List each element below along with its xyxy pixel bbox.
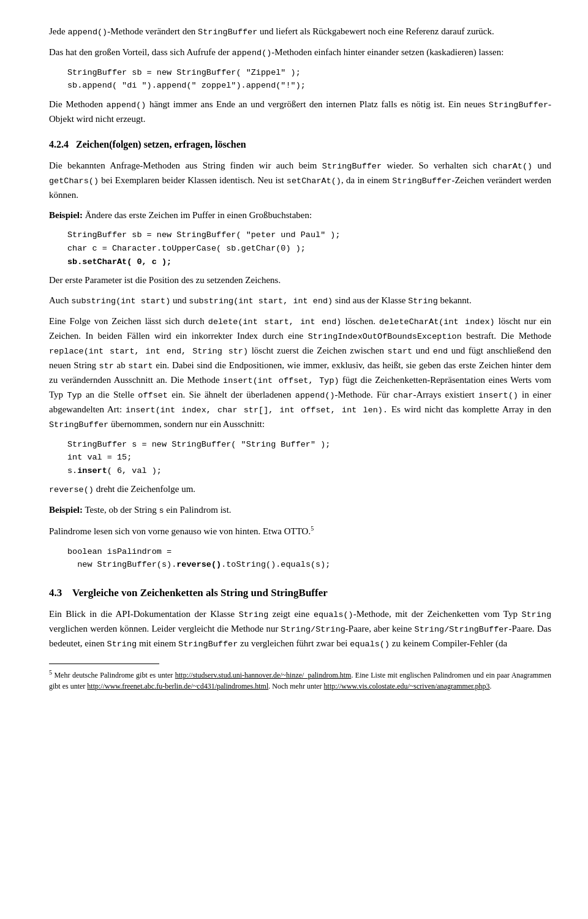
section-43-heading: 4.3 Vergleiche von Zeichenketten als Str… [49, 585, 551, 601]
code3-line-3: s.insert( 6, val ); [67, 466, 162, 475]
code2-line-1: StringBuffer sb = new StringBuffer( "pet… [67, 230, 341, 240]
code3-line-1: StringBuffer s = new StringBuffer( "Stri… [67, 440, 330, 449]
section-424-heading: 4.2.4 Zeichen(folgen) setzen, erfragen, … [49, 137, 551, 153]
intro-paragraph-2: Das hat den großen Vorteil, dass sich Au… [49, 45, 551, 60]
code-line-2: sb.append( "di ").append(" zoppel").appe… [67, 81, 306, 90]
footnote-ref-5: 5 [311, 525, 314, 532]
footnote-link-1[interactable]: http://studserv.stud.uni-hannover.de/~hi… [175, 671, 352, 679]
footnote-rule [49, 664, 159, 664]
code-block-2: StringBuffer sb = new StringBuffer( "pet… [67, 229, 551, 268]
auch-paragraph: Auch substring(int start) und substring(… [49, 293, 551, 308]
section-43-para1: Ein Blick in die API-Dokumentation der K… [49, 607, 551, 651]
section-424-para1: Die bekannten Anfrage-Methoden aus Strin… [49, 159, 551, 202]
code3-line-2: int val = 15; [67, 453, 132, 462]
section-424-number: 4.2.4 [49, 139, 69, 149]
code-line-1: StringBuffer sb = new StringBuffer( "Zip… [67, 68, 301, 77]
code-block-1: StringBuffer sb = new StringBuffer( "Zip… [67, 66, 551, 93]
folge-paragraph: Eine Folge von Zeichen lässt sich durch … [49, 314, 551, 431]
intro-paragraph-1: Jede append()-Methode verändert den Stri… [49, 25, 551, 39]
reverse-text: reverse() dreht die Zeichenfolge um. [49, 482, 551, 497]
footnote-5: 5 Mehr deutsche Palindrome gibt es unter… [49, 668, 551, 692]
footnote-5-number: 5 [49, 669, 52, 676]
param-text: Der erste Parameter ist die Position des… [49, 273, 551, 287]
code2-line-3: sb.setCharAt( 0, c ); [67, 257, 172, 267]
code-block-3: StringBuffer s = new StringBuffer( "Stri… [67, 438, 551, 478]
code4-line-1: boolean isPalindrom = [67, 547, 172, 556]
beispiel1-label: Beispiel: Ändere das erste Zeichen im Pu… [49, 208, 551, 222]
code-block-4: boolean isPalindrom = new StringBuffer(s… [67, 545, 551, 572]
palindrome-intro: Palindrome lesen sich von vorne genauso … [49, 524, 551, 539]
section-43-number: 4.3 [49, 587, 62, 599]
code4-line-2: new StringBuffer(s).reverse().toString()… [67, 560, 330, 569]
beispiel2-label: Beispiel: Teste, ob der String s ein Pal… [49, 503, 551, 518]
footnote-link-3[interactable]: http://www.vis.colostate.edu/~scriven/an… [324, 682, 490, 690]
code2-line-2: char c = Character.toUpperCase( sb.getCh… [67, 244, 306, 253]
footnote-link-2[interactable]: http://www.freenet.abc.fu-berlin.de/~cd4… [87, 682, 268, 690]
append-explain: Die Methoden append() hängt immer ans En… [49, 97, 551, 126]
